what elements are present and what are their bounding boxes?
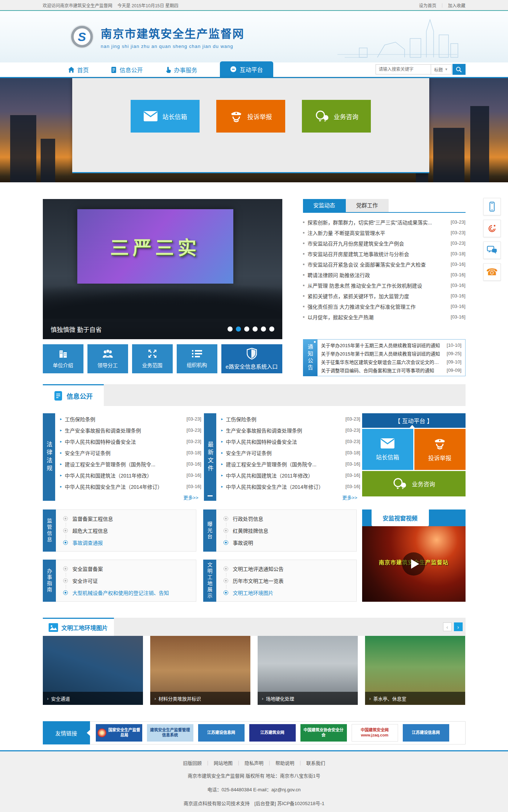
search-button[interactable] <box>452 64 466 75</box>
friend-link-logo[interactable]: 国家安全生产监督总局 <box>96 724 142 742</box>
footer-link-contact[interactable]: 联系我们 <box>306 760 325 766</box>
friend-link-logo[interactable]: 建筑安全生产监督管理信息系统 <box>147 724 193 742</box>
box-item-active[interactable]: 事故调查通报 <box>63 538 192 547</box>
search-category-select[interactable]: 标题 ▼ <box>431 64 452 74</box>
slider-dot[interactable] <box>261 326 266 332</box>
friend-link-logo[interactable]: 江苏建设信息网 <box>198 724 245 742</box>
box-item[interactable]: 历年市文明工地一览表 <box>224 576 353 585</box>
nav-item-service[interactable]: 办事服务 <box>165 62 197 77</box>
play-button[interactable] <box>402 552 425 576</box>
video-thumbnail[interactable]: 南京市建筑安全生产监督站 <box>362 526 466 602</box>
more-link[interactable]: 更多>> <box>221 494 360 501</box>
tab-party-news[interactable]: 党群工作 <box>346 199 389 212</box>
slider-dot[interactable] <box>244 326 249 332</box>
quicklink-scope[interactable]: 业务范围 <box>132 344 173 373</box>
toolbar-chat-button[interactable] <box>483 241 501 259</box>
toolbar-phone-button[interactable]: ☎ <box>483 263 501 281</box>
news-slider[interactable]: 三严三实 慎独慎微 勤于自省 <box>43 199 282 339</box>
gallery-next-button[interactable]: › <box>454 622 463 631</box>
list-item[interactable]: ▸工伤保险条例[03-23] <box>221 413 360 425</box>
footer-link-old-version[interactable]: 旧版回顾 <box>183 760 202 766</box>
notice-item[interactable]: 关于举办2015年第十四期三类人员继续教育培训班的通知[09-25] <box>321 350 462 357</box>
news-item[interactable]: 从严管理 防患未然 推动安全生产工作长效机制建设[03-16] <box>303 280 466 291</box>
slider-dot[interactable] <box>269 326 274 332</box>
friend-link-logo[interactable]: 江苏建筑业网 <box>249 724 296 742</box>
quicklink-organization[interactable]: 组织机构 <box>177 344 217 373</box>
news-item[interactable]: 紧扣关键节点，紧抓关键环节，加大监管力度[03-16] <box>303 291 466 301</box>
news-item[interactable]: 市安监站召开九月份房屋建筑安全生产例会[03-23] <box>303 238 466 248</box>
add-favorite-link[interactable]: 加入收藏 <box>448 2 465 8</box>
toolbar-mobile-button[interactable] <box>483 198 501 215</box>
set-home-link[interactable]: 设为首页 <box>419 2 436 8</box>
news-item[interactable]: 探索创新，群策群力，切实把“三严三实”活动成果落实...[03-23] <box>303 217 466 227</box>
friend-link-logo[interactable]: 江苏建设信息网 <box>403 724 449 742</box>
news-item[interactable]: 注入新力量 不断提高安监管理水平[03-23] <box>303 227 466 238</box>
news-item[interactable]: 强化责任担当 大力推进安全生产标准化管理工作[03-16] <box>303 301 466 312</box>
box-item[interactable]: 红黄牌挂牌信息 <box>224 526 353 535</box>
tab-safety-news[interactable]: 安监动态 <box>303 199 346 212</box>
news-item[interactable]: 聘请法律顾问 助推依法行政[03-16] <box>303 269 466 280</box>
notice-item[interactable]: 关于举办2015年第十五期三类人员继续教育培训班的通知[10-10] <box>321 342 462 349</box>
box-item[interactable]: 行政处罚信息 <box>224 514 353 523</box>
footer-link-help[interactable]: 帮助说明 <box>275 760 294 766</box>
list-item[interactable]: ▸建设工程安全生产管理条例（国务院令...[03-16] <box>60 458 201 470</box>
friend-link-logo[interactable]: 中国建筑安全网 www.jzaq.com <box>352 724 398 742</box>
list-item[interactable]: ▸生产安全事故报告和调查处理条例[03-23] <box>60 425 201 436</box>
list-item[interactable]: ▸建设工程安全生产管理条例（国务院令...[03-16] <box>221 458 360 470</box>
more-link[interactable]: 更多>> <box>60 494 201 501</box>
gallery-prev-button[interactable]: ‹ <box>443 622 452 631</box>
list-item[interactable]: ▸生产安全事故报告和调查处理条例[03-23] <box>221 425 360 436</box>
emblem-icon <box>98 728 106 737</box>
slider-dot[interactable] <box>228 326 233 332</box>
news-item[interactable]: 市安监站召开房屋建筑工地事故统计与分析会[03-18] <box>303 248 466 259</box>
box-item[interactable]: 超危大工程信息 <box>63 526 192 535</box>
tile-complaint-report[interactable]: 投诉举报 <box>414 429 466 470</box>
slider-dot[interactable] <box>253 326 258 332</box>
slider-dot-active[interactable] <box>236 326 241 332</box>
list-item[interactable]: ▸中华人民共和国特种设备安全法[03-23] <box>60 436 201 447</box>
news-item[interactable]: 以月促年，掀起安全生产热潮[03-16] <box>303 312 466 322</box>
nav-item-info[interactable]: 信息公开 <box>111 62 143 77</box>
box-item[interactable]: 安全许可证 <box>63 576 192 585</box>
footer-link-sitemap[interactable]: 网站地图 <box>214 760 233 766</box>
box-item[interactable]: 文明工地评选通知公告 <box>224 564 353 573</box>
friend-link-logo[interactable]: 中国建筑业协会安全分会 <box>300 724 347 742</box>
list-item[interactable]: ▸安全生产许可证条例[03-18] <box>221 447 360 458</box>
site-logo: S <box>71 26 93 48</box>
complaint-report-button[interactable]: 投诉举报 <box>216 100 285 133</box>
gallery-item[interactable]: ›场地硬化处理 <box>258 636 358 705</box>
business-consult-button[interactable]: 业务咨询 <box>302 100 371 133</box>
search-input[interactable] <box>376 64 431 74</box>
webmaster-mail-button[interactable]: 站长信箱 <box>131 100 200 133</box>
box-item-active[interactable]: 事故说明 <box>224 538 353 547</box>
list-item[interactable]: ▸工伤保险条例[03-23] <box>60 413 201 425</box>
tile-business-consult[interactable]: 业务咨询 <box>362 471 466 496</box>
notice-item[interactable]: 关于调整项目编码、合同备案和施工许可等事项的通知[09-09] <box>321 367 462 374</box>
footer-link-privacy[interactable]: 隐私声明 <box>245 760 263 766</box>
info-section-tab: 信息公开 <box>43 384 104 406</box>
notice-item[interactable]: 关于征集华东地区建筑安全联谊会三届六次会议论文的通知[09-10] <box>321 358 462 365</box>
tile-webmaster-mail[interactable]: 站长信箱 <box>362 429 413 470</box>
nav-item-home[interactable]: 首页 <box>68 62 89 77</box>
list-item[interactable]: ▸中华人民共和国建筑法（2011年修改）[03-16] <box>60 470 201 481</box>
gallery-item[interactable]: ›茶水亭、休息室 <box>365 636 465 705</box>
list-item[interactable]: ▸中华人民共和国特种设备安全法[03-23] <box>221 436 360 447</box>
list-item[interactable]: ▸中华人民共和国安全生产法（2014年修订）[03-16] <box>221 481 360 492</box>
quicklink-esafety-system[interactable]: e路安全信息系统入口 <box>221 344 282 373</box>
gallery-item[interactable]: ›材料分类堆放并标识 <box>150 636 250 705</box>
box-item[interactable]: 安全监督备案 <box>63 564 192 573</box>
box-item[interactable]: 监督备案工程信息 <box>63 514 192 523</box>
nav-tab-interact[interactable]: 互动平台 <box>220 61 273 77</box>
box-item-active[interactable]: 大型机械设备产权和使用的登记注销、告知 <box>63 588 192 597</box>
toolbar-weibo-button[interactable] <box>483 220 501 237</box>
list-item[interactable]: ▸中华人民共和国安全生产法（2014年修订）[03-16] <box>60 481 201 492</box>
home-icon <box>68 67 74 73</box>
gallery-item[interactable]: ›安全通道 <box>43 636 143 705</box>
quicklink-leadership[interactable]: 领导分工 <box>87 344 128 373</box>
quicklink-unit-intro[interactable]: 单位介绍 <box>43 344 83 373</box>
news-item[interactable]: 市安监站召开紧急会议 全面部署落实安全生产大检查[03-16] <box>303 259 466 269</box>
info-section-header: 信息公开 <box>43 384 466 406</box>
box-item-active[interactable]: 文明工地环境图片 <box>224 588 353 597</box>
list-item[interactable]: ▸安全生产许可证条例[03-18] <box>60 447 201 458</box>
list-item[interactable]: ▸中华人民共和国建筑法（2011年修改）[03-16] <box>221 470 360 481</box>
